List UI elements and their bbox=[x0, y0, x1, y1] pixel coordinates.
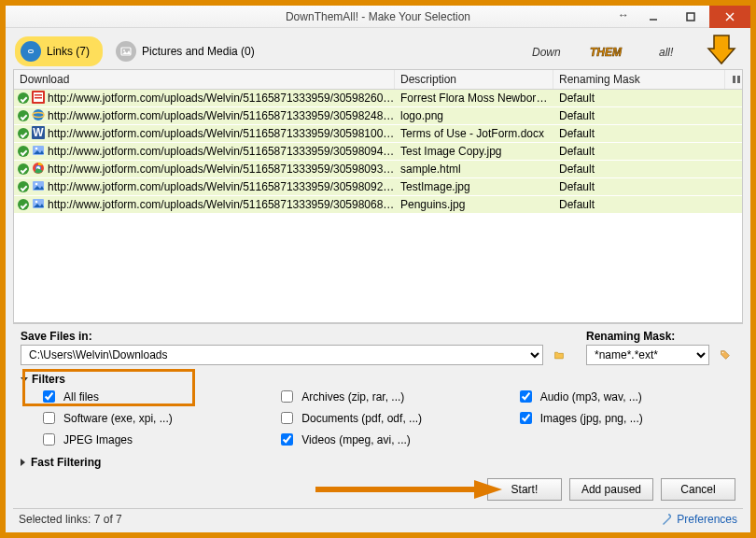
filter-all-files[interactable]: All files bbox=[39, 388, 259, 405]
svg-point-27 bbox=[35, 200, 38, 203]
row-mask: Default bbox=[553, 163, 742, 176]
filter-documents[interactable]: Documents (pdf, odf, ...) bbox=[277, 409, 497, 427]
filter-audio[interactable]: Audio (mp3, wav, ...) bbox=[516, 388, 735, 405]
download-table: Download Description Renaming Mask http:… bbox=[13, 69, 743, 323]
check-icon bbox=[18, 128, 29, 139]
statusbar: Selected links: 7 of 7 Preferences bbox=[13, 508, 743, 529]
browse-folder-button[interactable] bbox=[549, 345, 569, 365]
svg-rect-14 bbox=[35, 97, 42, 99]
svg-text:all!: all! bbox=[659, 46, 674, 59]
filter-videos[interactable]: Videos (mpeg, avi, ...) bbox=[277, 431, 497, 448]
svg-point-25 bbox=[35, 182, 38, 185]
row-url: http://www.jotform.com/uploads/Welvin/51… bbox=[48, 198, 395, 211]
table-row[interactable]: http://www.jotform.com/uploads/Welvin/51… bbox=[14, 143, 742, 161]
file-type-icon bbox=[32, 144, 45, 160]
file-type-icon bbox=[32, 179, 45, 195]
folder-icon bbox=[554, 347, 564, 362]
row-description: Forrest Flora Moss Newborn ... bbox=[395, 92, 553, 105]
arrow-annotation bbox=[315, 480, 502, 499]
row-url: http://www.jotform.com/uploads/Welvin/51… bbox=[48, 92, 395, 105]
check-icon bbox=[18, 199, 29, 210]
table-row[interactable]: http://www.jotform.com/uploads/Welvin/51… bbox=[14, 161, 742, 178]
file-type-icon bbox=[32, 108, 45, 124]
filter-images[interactable]: Images (jpg, png, ...) bbox=[516, 409, 735, 427]
status-selected: Selected links: 7 of 7 bbox=[19, 513, 122, 526]
svg-point-20 bbox=[35, 147, 38, 149]
col-renaming-mask[interactable]: Renaming Mask bbox=[553, 70, 725, 89]
svg-text:Down: Down bbox=[532, 46, 561, 59]
check-icon bbox=[18, 181, 29, 192]
filter-jpeg[interactable]: JPEG Images bbox=[39, 431, 259, 448]
cancel-button[interactable]: Cancel bbox=[661, 478, 735, 501]
maximize-button[interactable] bbox=[672, 6, 709, 28]
tab-media-label: Pictures and Media (0) bbox=[142, 45, 255, 58]
svg-rect-10 bbox=[737, 76, 740, 83]
svg-point-28 bbox=[722, 352, 724, 354]
row-mask: Default bbox=[553, 109, 742, 122]
row-description: Test Image Copy.jpg bbox=[395, 145, 553, 158]
file-type-icon bbox=[32, 162, 45, 177]
file-type-icon: W bbox=[32, 126, 45, 142]
tag-icon bbox=[721, 347, 730, 362]
table-row[interactable]: Whttp://www.jotform.com/uploads/Welvin/5… bbox=[14, 125, 742, 143]
row-mask: Default bbox=[553, 180, 742, 193]
save-files-label: Save Files in: bbox=[21, 330, 569, 343]
row-mask: Default bbox=[553, 92, 742, 105]
brand-logo: Down THEM all! bbox=[532, 32, 737, 67]
table-row[interactable]: http://www.jotform.com/uploads/Welvin/51… bbox=[14, 90, 742, 107]
file-type-icon bbox=[32, 197, 45, 213]
action-buttons: Start! Add paused Cancel bbox=[21, 474, 735, 508]
minimize-button[interactable] bbox=[635, 6, 672, 28]
tabbar: Links (7) Pictures and Media (0) Down TH… bbox=[6, 28, 750, 69]
file-type-icon bbox=[32, 91, 45, 106]
filter-software[interactable]: Software (exe, xpi, ...) bbox=[39, 409, 259, 427]
filters-toggle[interactable]: Filters bbox=[21, 373, 65, 386]
svg-text:W: W bbox=[33, 126, 44, 139]
tab-links[interactable]: Links (7) bbox=[15, 36, 103, 66]
table-row[interactable]: http://www.jotform.com/uploads/Welvin/51… bbox=[14, 107, 742, 125]
row-description: logo.png bbox=[395, 109, 553, 122]
resize-icon[interactable]: ↔ bbox=[618, 8, 629, 21]
column-config-icon[interactable] bbox=[725, 70, 742, 89]
table-body: http://www.jotform.com/uploads/Welvin/51… bbox=[14, 90, 742, 322]
save-path-field[interactable]: C:\Users\Welvin\Downloads bbox=[21, 345, 543, 365]
wrench-icon bbox=[660, 513, 673, 526]
row-mask: Default bbox=[553, 198, 742, 211]
titlebar: DownThemAll! - Make Your Selection ↔ bbox=[6, 6, 750, 28]
table-row[interactable]: http://www.jotform.com/uploads/Welvin/51… bbox=[14, 196, 742, 214]
fast-filtering-label: Fast Filtering bbox=[31, 456, 101, 469]
filters-title: Filters bbox=[32, 373, 65, 386]
close-button[interactable] bbox=[709, 6, 750, 28]
tab-pictures-media[interactable]: Pictures and Media (0) bbox=[110, 36, 268, 66]
row-url: http://www.jotform.com/uploads/Welvin/51… bbox=[48, 163, 395, 176]
table-header: Download Description Renaming Mask bbox=[14, 70, 742, 90]
chevron-down-icon bbox=[21, 377, 28, 382]
renaming-mask-label: Renaming Mask: bbox=[586, 330, 735, 343]
add-paused-button[interactable]: Add paused bbox=[569, 478, 653, 501]
row-description: Terms of Use - JotForm.docx bbox=[395, 127, 553, 140]
svg-point-5 bbox=[123, 50, 125, 51]
filter-archives[interactable]: Archives (zip, rar, ...) bbox=[277, 388, 497, 405]
row-description: Penguins.jpg bbox=[395, 198, 553, 211]
link-icon bbox=[21, 41, 41, 62]
renaming-mask-field[interactable]: *name*.*ext* bbox=[586, 345, 709, 365]
row-mask: Default bbox=[553, 145, 742, 158]
col-description[interactable]: Description bbox=[395, 70, 553, 89]
row-description: sample.html bbox=[395, 163, 553, 176]
tag-button[interactable] bbox=[715, 345, 735, 365]
preferences-link[interactable]: Preferences bbox=[660, 513, 737, 526]
svg-rect-1 bbox=[687, 13, 694, 21]
table-row[interactable]: http://www.jotform.com/uploads/Welvin/51… bbox=[14, 178, 742, 196]
fast-filtering-toggle[interactable]: Fast Filtering bbox=[21, 456, 735, 469]
filters-section: Filters All files Software (exe, xpi, ..… bbox=[21, 373, 735, 448]
check-icon bbox=[18, 92, 29, 104]
svg-marker-30 bbox=[474, 480, 502, 499]
check-icon bbox=[18, 163, 29, 175]
svg-rect-9 bbox=[733, 76, 735, 83]
check-icon bbox=[18, 110, 29, 121]
svg-point-15 bbox=[33, 109, 44, 120]
row-url: http://www.jotform.com/uploads/Welvin/51… bbox=[48, 180, 395, 193]
row-url: http://www.jotform.com/uploads/Welvin/51… bbox=[48, 109, 395, 122]
col-download[interactable]: Download bbox=[14, 70, 395, 89]
row-mask: Default bbox=[553, 127, 742, 140]
